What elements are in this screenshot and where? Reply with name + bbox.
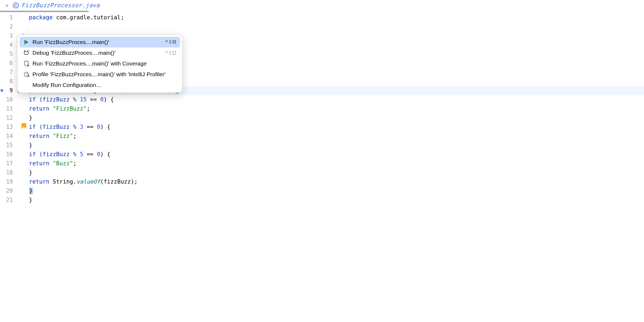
code-line[interactable]: if (fizzBuzz % 5 == 0) { — [29, 150, 644, 159]
line-number[interactable]: 16 — [0, 150, 29, 159]
line-number[interactable]: 17 — [0, 159, 29, 168]
editor-tab[interactable]: ✕ FizzBuzzProcessor.java — [2, 0, 103, 10]
menu-item-profile[interactable]: Profile 'FizzBuzzProces....main()' with … — [20, 69, 180, 80]
code-line[interactable] — [29, 22, 644, 31]
code-line[interactable]: return "Fizz"; — [29, 131, 644, 141]
code-line[interactable]: } — [29, 141, 644, 150]
line-number[interactable]: 10 — [0, 95, 29, 104]
code-line[interactable]: package com.gradle.tutorial; — [29, 13, 644, 22]
close-icon[interactable]: ✕ — [5, 2, 9, 9]
line-number[interactable]: 18 — [0, 168, 29, 177]
code-line[interactable]: return "Buzz"; — [29, 159, 644, 168]
line-number[interactable]: 13 — [0, 122, 29, 131]
line-number[interactable]: 12 — [0, 113, 29, 122]
tab-filename: FizzBuzzProcessor.java — [21, 2, 100, 9]
code-line[interactable]: } — [29, 186, 644, 195]
line-number[interactable]: 15 — [0, 141, 29, 150]
run-context-menu: Run 'FizzBuzzProces....main()' ^⇧R Debug… — [17, 34, 182, 93]
line-number[interactable]: 21 — [0, 195, 29, 204]
menu-label: Profile 'FizzBuzzProces....main()' with … — [32, 71, 166, 78]
run-icon — [23, 39, 29, 45]
code-line[interactable]: return String.valueOf(fizzBuzz); — [29, 177, 644, 186]
code-line[interactable]: } — [29, 168, 644, 177]
coverage-icon — [23, 61, 29, 67]
line-number[interactable]: 11 — [0, 104, 29, 113]
menu-shortcut: ^⇧D — [165, 50, 176, 56]
line-number[interactable]: 20 — [0, 186, 29, 195]
code-line[interactable]: if (fizzBuzz % 15 == 0) { — [29, 95, 644, 104]
bookmark-icon[interactable] — [21, 126, 26, 128]
line-number[interactable]: 1 — [0, 13, 29, 22]
menu-item-run[interactable]: Run 'FizzBuzzProces....main()' ^⇧R — [20, 37, 180, 47]
blank-icon — [23, 82, 29, 88]
code-line[interactable]: } — [29, 113, 644, 122]
breakpoint-dot[interactable] — [1, 89, 3, 92]
menu-label: Run 'FizzBuzzProces....main()' — [32, 39, 109, 45]
menu-shortcut: ^⇧R — [165, 39, 176, 45]
code-line[interactable]: return "FizzBuzz"; — [29, 104, 644, 113]
menu-label: Modify Run Configuration… — [32, 82, 102, 88]
tab-bar: ✕ FizzBuzzProcessor.java — [0, 0, 644, 11]
code-line[interactable]: } — [29, 195, 644, 204]
menu-label: Debug 'FizzBuzzProces....main()' — [32, 50, 115, 56]
menu-label: Run 'FizzBuzzProces....main()' with Cove… — [32, 60, 147, 67]
debug-icon — [23, 50, 29, 56]
line-number[interactable]: 14 — [0, 131, 29, 141]
menu-item-debug[interactable]: Debug 'FizzBuzzProces....main()' ^⇧D — [20, 47, 180, 58]
java-class-icon — [13, 2, 19, 8]
code-line[interactable]: if (fizzBuzz % 3 == 0) { — [29, 122, 644, 131]
profile-icon — [23, 71, 29, 77]
line-number[interactable]: 19 — [0, 177, 29, 186]
menu-item-coverage[interactable]: Run 'FizzBuzzProces....main()' with Cove… — [20, 58, 180, 69]
menu-item-modify-config[interactable]: Modify Run Configuration… — [20, 80, 180, 90]
line-number[interactable]: 2 — [0, 22, 29, 31]
